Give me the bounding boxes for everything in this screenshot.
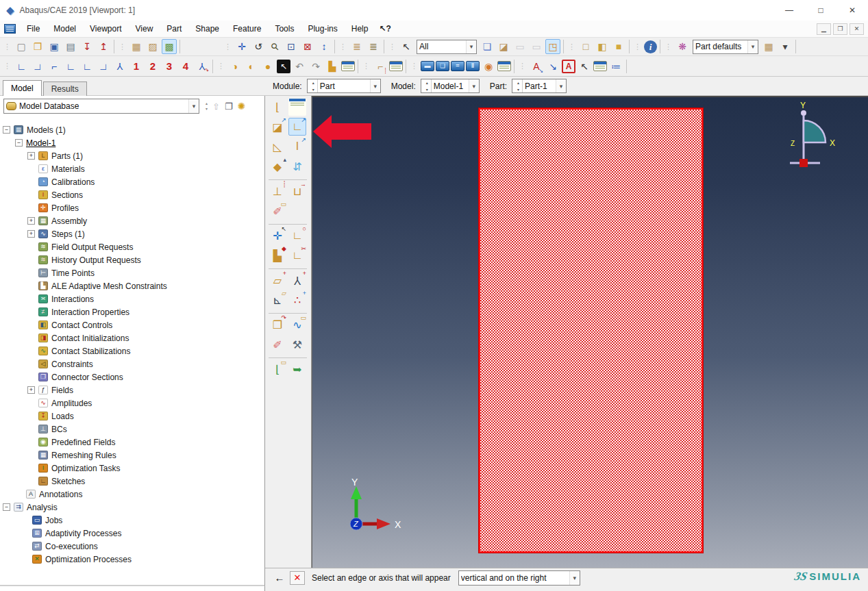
- window-tile-vertical-icon[interactable]: ‖: [466, 61, 480, 71]
- tree-item-assembly[interactable]: +▦Assembly: [0, 214, 264, 227]
- view-cut-icon[interactable]: ≣: [366, 39, 381, 54]
- partition-icon[interactable]: ∟✂: [288, 247, 306, 264]
- repair-edge-icon[interactable]: ∟○: [288, 227, 306, 244]
- show-open-cube-icon[interactable]: ◧: [595, 39, 610, 54]
- menu-plugins[interactable]: Plug-ins: [301, 21, 344, 37]
- box-zoom-icon[interactable]: ⊡: [284, 39, 299, 54]
- view-4-icon[interactable]: 4: [178, 59, 193, 74]
- create-planar-shell-icon[interactable]: ◺: [269, 138, 286, 155]
- edit-annotation-icon[interactable]: A↘: [529, 59, 544, 74]
- show-solid-cube-icon[interactable]: ■: [611, 39, 626, 54]
- tree-item-jobs[interactable]: ▭Jobs: [0, 514, 264, 527]
- expand-icon[interactable]: +: [27, 217, 35, 225]
- pan-view-icon[interactable]: ✛: [234, 39, 249, 54]
- rotate-view-icon[interactable]: ↺: [251, 39, 266, 54]
- window-tile-horizontal-icon[interactable]: =: [451, 61, 464, 71]
- new-model-icon[interactable]: ▢: [14, 39, 29, 54]
- tree-item-contact-stabilizations[interactable]: ∿Contact Stabilizations: [0, 344, 264, 357]
- tree-item-fields[interactable]: +ƒFields: [0, 383, 264, 397]
- view-bottom-icon[interactable]: ∟: [63, 59, 78, 74]
- tree-item-contact-initializations[interactable]: ◨Contact Initializations: [0, 331, 264, 344]
- open-model-icon[interactable]: ❐: [30, 39, 45, 54]
- selection-filter-combo[interactable]: All▾: [417, 40, 477, 54]
- render-shaded-icon[interactable]: ▩: [162, 39, 177, 54]
- remove-cells-icon[interactable]: ✐▭: [269, 202, 286, 220]
- mdi-close-button[interactable]: ✕: [850, 23, 864, 35]
- view-top-icon[interactable]: ⌐: [47, 59, 62, 74]
- part-spinner[interactable]: ▴▾: [514, 79, 523, 92]
- perspective-icon[interactable]: Y↷: [195, 59, 210, 74]
- solid-from-shell-icon[interactable]: ⊥┊: [269, 182, 286, 200]
- customize-tools-icon[interactable]: ⚒: [288, 336, 306, 353]
- view-3-icon[interactable]: 3: [162, 59, 177, 74]
- model-database-combo[interactable]: Model Database ▾: [3, 99, 199, 114]
- module-combo[interactable]: ▴▾ Part ▾: [307, 79, 381, 93]
- show-hide-icon[interactable]: ✺: [238, 101, 246, 112]
- mdi-minimize-button[interactable]: ▁: [817, 23, 831, 35]
- model-spinner[interactable]: ▴▾: [423, 79, 432, 92]
- tree-item-amplitudes[interactable]: ∿Amplitudes: [0, 397, 264, 410]
- tree-item-analysis[interactable]: −⇉Analysis: [0, 501, 264, 514]
- tree-item-contact-controls[interactable]: ◧Contact Controls: [0, 318, 264, 331]
- render-wireframe-icon[interactable]: ▦: [129, 39, 144, 54]
- module-spinner[interactable]: ▴▾: [310, 79, 318, 92]
- datum-plane-icon[interactable]: ▱+: [269, 271, 286, 289]
- undo-icon[interactable]: ↶: [292, 59, 307, 74]
- create-solid-extrude-icon[interactable]: ◪↗: [269, 118, 286, 136]
- color-cube-icon[interactable]: ▦: [761, 39, 776, 54]
- tree-item-loads[interactable]: ↧Loads: [0, 410, 264, 423]
- collapse-icon[interactable]: −: [3, 503, 10, 511]
- part-combo[interactable]: ▴▾ Part-1 ▾: [512, 79, 567, 93]
- menu-help[interactable]: Help: [345, 21, 375, 37]
- tree-item-field-output-requests[interactable]: ≋Field Output Requests: [0, 240, 264, 253]
- feature-manager-icon[interactable]: [341, 61, 355, 71]
- tree-item-steps-1-[interactable]: +∿Steps (1): [0, 227, 264, 240]
- tree-item-models-1-[interactable]: −▦Models (1): [0, 123, 264, 136]
- menu-part[interactable]: Part: [160, 21, 188, 37]
- sketch-erase-icon[interactable]: ✐: [269, 336, 286, 353]
- view-front-icon[interactable]: ∟: [14, 59, 29, 74]
- show-wireframe-cube-icon[interactable]: □: [578, 39, 593, 54]
- circle-back-icon[interactable]: ◑: [227, 59, 243, 74]
- tree-item-model-1[interactable]: −Model-1: [0, 136, 264, 149]
- mirror-part-icon[interactable]: ⇵: [288, 158, 306, 175]
- view-compass[interactable]: Y Z X: [773, 100, 856, 172]
- collapse-icon[interactable]: −: [15, 139, 23, 147]
- menu-feature[interactable]: Feature: [226, 21, 268, 37]
- text-annotation-icon[interactable]: A: [562, 60, 575, 73]
- tree-item-materials[interactable]: εMaterials: [0, 162, 264, 175]
- render-hidden-icon[interactable]: ▨: [145, 39, 160, 54]
- export-database-icon[interactable]: ↥: [96, 39, 111, 54]
- tab-model[interactable]: Model: [3, 80, 42, 96]
- tree-item-sketches[interactable]: ∟Sketches: [0, 475, 264, 488]
- menu-tools[interactable]: Tools: [268, 21, 301, 37]
- tree-spinner[interactable]: ▴▾: [206, 101, 208, 111]
- tab-results[interactable]: Results: [43, 81, 87, 96]
- view-iso-icon[interactable]: Y: [112, 59, 127, 74]
- menu-model[interactable]: Model: [47, 21, 83, 37]
- expand-icon[interactable]: +: [27, 152, 35, 160]
- context-help-icon[interactable]: ↖?: [379, 24, 390, 34]
- datum-point-icon[interactable]: ∴+: [288, 291, 306, 309]
- annotation-manager-icon[interactable]: [593, 61, 607, 71]
- viewport-decor-icon[interactable]: ◉: [481, 59, 496, 74]
- tree-item-profiles[interactable]: ✛Profiles: [0, 201, 264, 214]
- part-manager-icon[interactable]: [288, 98, 306, 116]
- repair-point-icon[interactable]: ✛↖: [269, 227, 286, 244]
- tree-item-optimization-tasks[interactable]: IOptimization Tasks: [0, 462, 264, 475]
- tree-item-time-points[interactable]: ⊢Time Points: [0, 266, 264, 279]
- tree-item-constraints[interactable]: ◁Constraints: [0, 357, 264, 370]
- sketch-transform-icon[interactable]: ❐↷: [269, 316, 286, 334]
- color-dropdown-icon[interactable]: ▾: [778, 39, 793, 54]
- close-button[interactable]: ✕: [836, 0, 868, 21]
- prompt-cancel-button[interactable]: ✕: [290, 571, 305, 585]
- arrow-annotation-icon[interactable]: ↘: [545, 59, 560, 74]
- tree-item-adaptivity-processes[interactable]: ⊞Adaptivity Processes: [0, 527, 264, 540]
- geometry-edit-icon[interactable]: ▙◆: [269, 247, 286, 264]
- view-options-icon[interactable]: ≣: [349, 39, 364, 54]
- select-groups-icon[interactable]: ❏: [480, 39, 495, 54]
- print-icon[interactable]: ▤: [63, 39, 78, 54]
- tree-item-bcs[interactable]: ⊥BCs: [0, 423, 264, 436]
- window-maximize-icon[interactable]: ▬: [421, 61, 434, 71]
- create-wire-icon[interactable]: I↗: [288, 138, 306, 155]
